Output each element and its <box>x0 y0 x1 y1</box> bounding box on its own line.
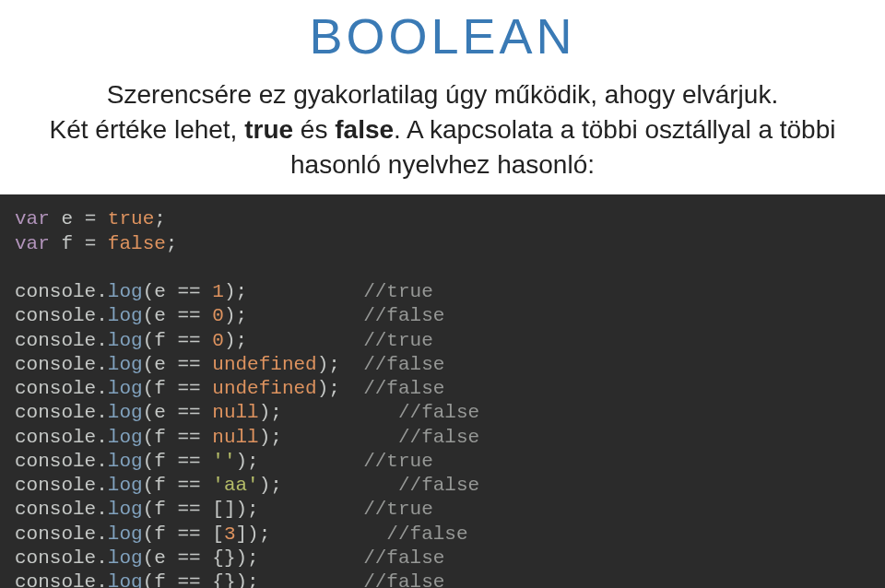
code-token: ; <box>270 475 282 496</box>
code-token: 0 <box>212 330 224 351</box>
code-token: log <box>108 305 143 326</box>
code-token: ; <box>236 330 248 351</box>
code-token: . <box>96 402 108 423</box>
code-token: ) <box>317 354 329 375</box>
code-token: f <box>154 571 166 588</box>
code-token: log <box>108 330 143 351</box>
code-token: {} <box>212 571 235 588</box>
code-pad <box>340 354 363 375</box>
code-token: ( <box>143 547 155 569</box>
code-token: . <box>96 330 108 351</box>
code-token: log <box>108 523 143 545</box>
code-token: . <box>96 427 108 448</box>
code-token: f <box>154 523 166 545</box>
code-pad <box>259 571 363 588</box>
code-token: . <box>96 499 108 520</box>
code-token: f <box>154 475 166 496</box>
code-token: 'aa' <box>212 475 258 496</box>
code-token: ( <box>143 305 155 326</box>
code-token: console <box>15 523 96 545</box>
code-token: f <box>154 451 166 472</box>
code-token: e <box>154 354 166 375</box>
code-comment: //false <box>363 354 444 375</box>
code-comment: //false <box>386 523 467 545</box>
code-token: ; <box>247 451 259 472</box>
code-token: e <box>154 305 166 326</box>
code-token: null <box>212 402 258 423</box>
code-token: null <box>212 427 258 448</box>
code-token: log <box>108 547 143 569</box>
code-token: . <box>96 571 108 588</box>
intro-paragraph: Szerencsére ez gyakorlatilag úgy működik… <box>9 77 876 182</box>
code-token: == <box>166 378 212 399</box>
code-pad <box>247 281 363 302</box>
code-token: == <box>166 475 212 496</box>
code-token: f <box>154 499 166 520</box>
code-token: . <box>96 451 108 472</box>
code-token: ) <box>224 330 236 351</box>
code-pad <box>259 499 363 520</box>
code-token: ) <box>224 305 236 326</box>
code-token: . <box>96 354 108 375</box>
intro-bold-false: false <box>335 115 394 144</box>
code-token: '' <box>212 451 235 472</box>
code-token: . <box>96 378 108 399</box>
code-token: ( <box>143 523 155 545</box>
code-token: ; <box>166 233 178 254</box>
code-pad <box>340 378 363 399</box>
code-token: ) <box>247 523 259 545</box>
code-token: 1 <box>212 281 224 302</box>
code-pad <box>259 547 363 569</box>
code-token: == <box>166 402 212 423</box>
code-comment: //true <box>363 281 433 302</box>
code-comment: //false <box>398 475 479 496</box>
code-token: ] <box>224 499 236 520</box>
code-token: e <box>154 547 166 569</box>
code-comment: //true <box>363 330 433 351</box>
code-token: ; <box>259 523 271 545</box>
code-token: e <box>154 402 166 423</box>
code-token: 3 <box>224 523 236 545</box>
code-token: log <box>108 451 143 472</box>
code-comment: //true <box>363 499 433 520</box>
code-token: ) <box>236 571 248 588</box>
code-token: ; <box>270 427 282 448</box>
code-token: f <box>154 330 166 351</box>
code-token: f <box>61 233 73 254</box>
code-token: == <box>166 571 212 588</box>
code-block: var e = true; var f = false; console.log… <box>0 194 885 588</box>
code-token: log <box>108 281 143 302</box>
code-token: ; <box>247 499 259 520</box>
code-token: ( <box>143 378 155 399</box>
code-token: ; <box>154 208 166 229</box>
page-title: BOOLEAN <box>0 7 885 65</box>
code-token: e <box>154 281 166 302</box>
code-token: ; <box>328 378 340 399</box>
intro-bold-true: true <box>244 115 293 144</box>
code-token: console <box>15 354 96 375</box>
code-token: ; <box>247 547 259 569</box>
code-token: console <box>15 378 96 399</box>
code-token: 0 <box>212 305 224 326</box>
code-comment: //false <box>398 402 479 423</box>
code-token: e <box>61 208 73 229</box>
intro-line2-mid: és <box>293 115 335 144</box>
code-token: ( <box>143 427 155 448</box>
code-token: . <box>96 547 108 569</box>
code-token: true <box>108 208 154 229</box>
code-token: console <box>15 571 96 588</box>
code-token: = <box>73 233 108 254</box>
code-token: console <box>15 475 96 496</box>
code-token: == <box>166 305 212 326</box>
code-token: ; <box>247 571 259 588</box>
code-token: ( <box>143 451 155 472</box>
code-token: log <box>108 571 143 588</box>
code-token: = <box>73 208 108 229</box>
code-token: console <box>15 330 96 351</box>
code-token: log <box>108 354 143 375</box>
code-token: == <box>166 281 212 302</box>
code-token: ( <box>143 475 155 496</box>
code-comment: //true <box>363 451 433 472</box>
code-token: false <box>108 233 166 254</box>
code-token: ) <box>224 281 236 302</box>
